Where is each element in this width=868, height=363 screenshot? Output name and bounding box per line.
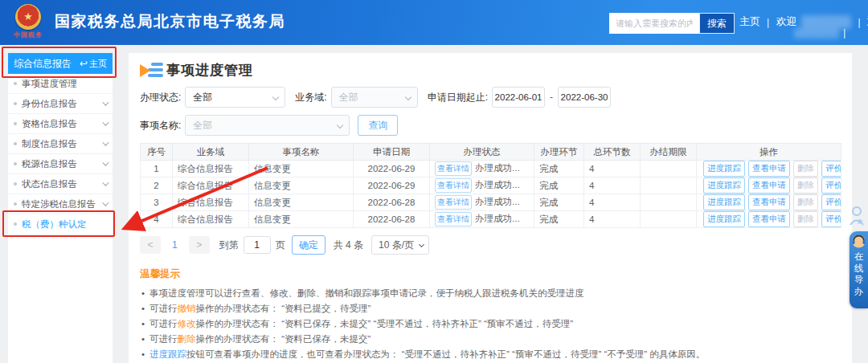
column-header: 操作 (697, 144, 841, 161)
filter-row-1: 办理状态: 全部 业务域: 全部 申请日期起止: - (140, 87, 841, 108)
page: ★ 中国税务 国家税务总局北京市电子税务局 搜索 主页 | 欢迎 | 退出 | … (0, 0, 868, 363)
table-cell (641, 161, 697, 177)
sidebar-home-link[interactable]: ↩ 主页 (80, 58, 107, 70)
tips-section: 温馨提示 •事项进度管理可以进行查看、修改、删除、撤销和跟踪事项申请记录，便于纳… (140, 267, 841, 363)
tip-item: •进度跟踪按钮可查看事项办理的进度，也可查看办理状态为： “受理不通过，待补齐补… (140, 348, 841, 361)
page-title-row: 事项进度管理 (140, 61, 841, 80)
sidebar: 综合信息报告 ↩ 主页 事项进度管理身份信息报告资格信息报告制度信息报告税源信息… (8, 53, 113, 363)
column-header: 序号 (141, 144, 173, 161)
search-input[interactable] (609, 13, 699, 34)
date-to-input[interactable] (558, 87, 611, 108)
bullet-icon: • (141, 317, 145, 330)
bullet-icon (14, 122, 17, 125)
home-link[interactable]: 主页 (739, 14, 760, 29)
date-separator: - (550, 92, 553, 103)
bullet-icon (14, 202, 17, 206)
table-cell: 2 (141, 177, 173, 194)
sidebar-item-label: 状态信息报告 (22, 178, 77, 190)
status-filter-select[interactable]: 全部 (185, 87, 285, 108)
orange-triangle-icon (140, 64, 150, 77)
current-page[interactable]: 1 (172, 239, 178, 251)
table-cell: 4 (584, 194, 641, 211)
column-header: 办结期限 (641, 144, 697, 161)
sidebar-item[interactable]: 税（费）种认定 (8, 214, 113, 235)
evaluate-button[interactable]: 评价 (821, 211, 841, 227)
view-detail-button[interactable]: 查看详情 (435, 161, 472, 176)
status-cell: 查看详情办理成功... (430, 211, 534, 228)
status-filter-value: 全部 (193, 91, 212, 104)
view-application-button[interactable]: 查看申请 (748, 177, 790, 194)
domain-filter-label: 业务域: (295, 91, 326, 104)
view-detail-button[interactable]: 查看详情 (435, 212, 472, 226)
tip-item: •可进行删除操作的办理状态有： “资料已保存，未提交” (140, 332, 841, 345)
view-application-button[interactable]: 查看申请 (748, 194, 790, 210)
chevron-down-icon (102, 159, 108, 165)
column-header: 业务域 (173, 144, 249, 161)
tip-text: 进度跟踪按钮可查看事项办理的进度，也可查看办理状态为： “受理不通过，待补齐补正… (149, 348, 705, 361)
column-header: 办理状态 (430, 144, 534, 161)
table-cell (641, 211, 697, 228)
view-application-button[interactable]: 查看申请 (748, 211, 790, 227)
sidebar-item-label: 事项进度管理 (22, 78, 77, 90)
table-cell: 完成 (534, 177, 584, 194)
delete-button[interactable]: 删除 (793, 161, 818, 177)
delete-button[interactable]: 删除 (793, 177, 818, 194)
evaluate-button[interactable]: 评价 (821, 161, 841, 177)
goto-page-input[interactable] (244, 236, 271, 254)
sidebar-item[interactable]: 状态信息报告 (8, 174, 113, 194)
sidebar-item[interactable]: 制度信息报告 (8, 134, 113, 154)
brand: ★ 中国税务 国家税务总局北京市电子税务局 (13, 4, 285, 35)
sidebar-item[interactable]: 税源信息报告 (8, 154, 113, 174)
page-size-select[interactable]: 10 条/页 (371, 235, 429, 255)
sidebar-header[interactable]: 综合信息报告 ↩ 主页 (8, 53, 113, 74)
table-cell: 4 (584, 161, 641, 177)
evaluate-button[interactable]: 评价 (821, 177, 841, 194)
table-cell: 完成 (534, 161, 584, 177)
domain-filter-value: 全部 (339, 91, 358, 104)
progress-track-button[interactable]: 进度跟踪 (703, 177, 745, 194)
back-arrow-icon: ↩ (80, 59, 88, 68)
actions-cell: 进度跟踪查看申请删除评价 (697, 177, 841, 194)
sidebar-item[interactable]: 特定涉税信息报告 (8, 194, 113, 214)
sidebar-item[interactable]: 事项进度管理 (8, 74, 113, 94)
tax-emblem-logo: ★ 中国税务 (13, 4, 43, 35)
item-name-filter-select[interactable]: 全部 (185, 115, 350, 136)
table-cell: 完成 (534, 194, 584, 211)
bullet-icon: • (141, 348, 145, 361)
table-body: 1综合信息报告信息变更2022-06-29查看详情办理成功...完成4进度跟踪查… (141, 161, 841, 228)
date-range-label: 申请日期起止: (428, 91, 488, 104)
sidebar-item[interactable]: 身份信息报告 (8, 94, 113, 114)
evaluate-button[interactable]: 评价 (821, 194, 841, 210)
view-detail-button[interactable]: 查看详情 (435, 178, 472, 193)
table-cell: 2022-06-29 (354, 177, 430, 194)
pagination: < 1 > 到第 页 确定 共 4 条 10 条/页 (140, 235, 841, 255)
view-detail-button[interactable]: 查看详情 (435, 195, 472, 210)
blurred-username-line2 (794, 28, 839, 39)
sidebar-item-label: 特定涉税信息报告 (22, 198, 96, 210)
list-title-icon (140, 62, 164, 80)
domain-filter-select[interactable]: 全部 (331, 87, 418, 108)
table-cell: 完成 (534, 211, 584, 228)
confirm-page-button[interactable]: 确定 (292, 235, 326, 255)
progress-track-button[interactable]: 进度跟踪 (703, 161, 745, 177)
search-button[interactable]: 搜索 (699, 13, 735, 34)
member-star-icon[interactable] (849, 206, 865, 230)
delete-button[interactable]: 删除 (793, 194, 818, 210)
chevron-down-icon (404, 94, 411, 100)
delete-button[interactable]: 删除 (793, 211, 818, 227)
tip-text: 事项进度管理可以进行查看、修改、删除、撤销和跟踪事项申请记录，便于纳税人跟进税务… (149, 287, 584, 300)
status-text: 办理成功... (475, 197, 520, 206)
sidebar-items: 事项进度管理身份信息报告资格信息报告制度信息报告税源信息报告状态信息报告特定涉税… (8, 74, 113, 235)
query-button[interactable]: 查询 (358, 115, 398, 136)
next-page-button[interactable]: > (189, 236, 210, 254)
progress-track-button[interactable]: 进度跟踪 (703, 211, 745, 227)
sidebar-item[interactable]: 资格信息报告 (8, 114, 113, 134)
prev-page-button[interactable]: < (140, 236, 161, 254)
emblem-star-icon: ★ (23, 11, 33, 22)
chevron-down-icon (102, 99, 108, 105)
bullet-icon (14, 182, 17, 186)
date-from-input[interactable] (492, 87, 545, 108)
progress-track-button[interactable]: 进度跟踪 (703, 194, 745, 210)
online-guide-tab[interactable]: 在 线 导 办 (850, 231, 868, 308)
view-application-button[interactable]: 查看申请 (748, 161, 790, 177)
